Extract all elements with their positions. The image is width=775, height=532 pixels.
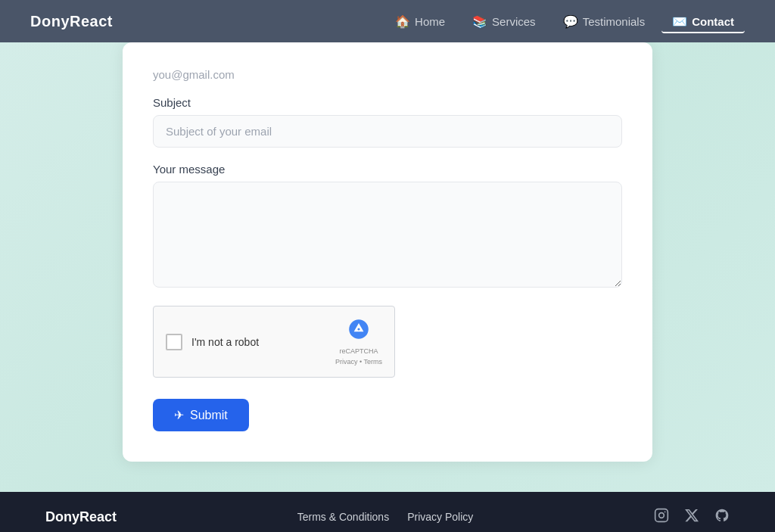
recaptcha-logo-icon <box>347 317 371 346</box>
recaptcha-links-text: Privacy • Terms <box>335 358 382 367</box>
svg-point-1 <box>659 513 665 518</box>
nav-links: 🏠 Home 📚 Services 💬 Testimonials ✉️ Cont… <box>384 10 745 33</box>
svg-rect-0 <box>655 509 668 522</box>
email-display: you@gmail.com <box>153 65 622 81</box>
message-textarea[interactable] <box>153 182 622 288</box>
nav-brand[interactable]: DonyReact <box>30 13 113 30</box>
testimonials-icon: 💬 <box>563 14 578 29</box>
nav-item-home[interactable]: 🏠 Home <box>384 10 456 33</box>
privacy-link[interactable]: Privacy Policy <box>407 511 473 523</box>
nav-link-home[interactable]: 🏠 Home <box>384 10 456 33</box>
nav-link-contact[interactable]: ✉️ Contact <box>661 10 745 33</box>
footer-social <box>654 508 730 527</box>
github-icon[interactable] <box>714 508 730 527</box>
subject-label: Subject <box>153 96 622 109</box>
footer: DonyReact Terms & Conditions Privacy Pol… <box>0 492 775 532</box>
home-icon: 🏠 <box>395 14 410 29</box>
nav-item-testimonials[interactable]: 💬 Testimonials <box>552 10 656 33</box>
submit-button[interactable]: ✈ Submit <box>153 399 249 431</box>
footer-top: DonyReact Terms & Conditions Privacy Pol… <box>45 508 730 532</box>
recaptcha-right: reCAPTCHA Privacy • Terms <box>335 317 382 366</box>
contact-card: you@gmail.com Subject Your message I'm n… <box>123 42 652 462</box>
nav-item-services[interactable]: 📚 Services <box>462 10 546 33</box>
twitter-icon[interactable] <box>684 508 699 527</box>
recaptcha-label: I'm not a robot <box>191 336 259 348</box>
services-icon: 📚 <box>472 14 487 29</box>
subject-input[interactable] <box>153 115 622 148</box>
send-icon: ✈ <box>174 408 184 422</box>
recaptcha-left: I'm not a robot <box>166 334 259 350</box>
recaptcha-widget[interactable]: I'm not a robot reCAPTCHA Privacy • Term… <box>153 306 395 378</box>
nav-link-services[interactable]: 📚 Services <box>462 10 546 33</box>
recaptcha-checkbox[interactable] <box>166 334 182 350</box>
main-content: you@gmail.com Subject Your message I'm n… <box>0 42 775 492</box>
nav-link-testimonials[interactable]: 💬 Testimonials <box>552 10 656 33</box>
message-label: Your message <box>153 163 622 176</box>
nav-item-contact[interactable]: ✉️ Contact <box>661 10 745 33</box>
subject-group: Subject <box>153 96 622 148</box>
footer-links: Terms & Conditions Privacy Policy <box>297 511 474 523</box>
svg-point-2 <box>665 511 666 512</box>
navbar: DonyReact 🏠 Home 📚 Services 💬 Testimonia… <box>0 0 775 42</box>
terms-link[interactable]: Terms & Conditions <box>297 511 389 523</box>
footer-brand: DonyReact <box>45 509 117 525</box>
instagram-icon[interactable] <box>654 508 669 527</box>
recaptcha-badge-text: reCAPTCHA <box>339 347 378 356</box>
contact-icon: ✉️ <box>672 14 687 29</box>
message-group: Your message <box>153 163 622 291</box>
